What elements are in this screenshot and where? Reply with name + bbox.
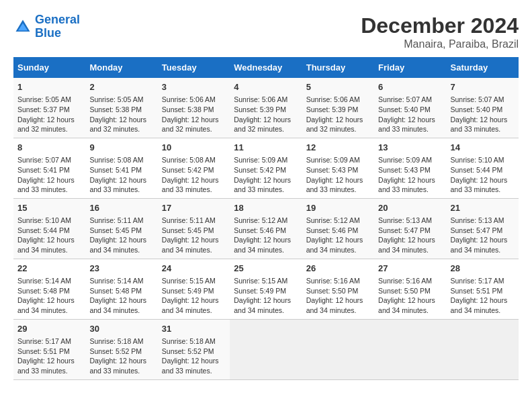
calendar-cell: 14Sunrise: 5:10 AMSunset: 5:44 PMDayligh… <box>447 138 519 198</box>
sunrise-label: Sunrise: 5:18 AM <box>89 337 143 345</box>
day-number: 6 <box>378 81 442 93</box>
calendar-header: SundayMondayTuesdayWednesdayThursdayFrid… <box>13 57 519 78</box>
sunset-label: Sunset: 5:38 PM <box>89 105 142 113</box>
day-number: 28 <box>451 263 515 275</box>
header-cell-monday: Monday <box>85 57 157 78</box>
daylight-label: Daylight: 12 hours and 33 minutes. <box>451 176 508 194</box>
logo-icon <box>13 17 32 36</box>
day-number: 2 <box>89 81 153 93</box>
daylight-label: Daylight: 12 hours and 34 minutes. <box>234 236 291 254</box>
daylight-label: Daylight: 12 hours and 34 minutes. <box>451 236 508 254</box>
header-cell-tuesday: Tuesday <box>158 57 230 78</box>
calendar-cell: 1Sunrise: 5:05 AMSunset: 5:37 PMDaylight… <box>13 78 85 138</box>
sunset-label: Sunset: 5:39 PM <box>234 105 286 113</box>
logo-text: General Blue <box>35 13 80 40</box>
week-row-2: 8Sunrise: 5:07 AMSunset: 5:41 PMDaylight… <box>13 138 519 198</box>
calendar-cell: 30Sunrise: 5:18 AMSunset: 5:52 PMDayligh… <box>85 319 157 379</box>
calendar-cell: 22Sunrise: 5:14 AMSunset: 5:48 PMDayligh… <box>13 259 85 319</box>
day-number: 11 <box>234 142 298 154</box>
day-number: 12 <box>306 142 370 154</box>
calendar-cell <box>374 319 446 379</box>
daylight-label: Daylight: 12 hours and 34 minutes. <box>162 296 219 314</box>
sunset-label: Sunset: 5:43 PM <box>378 166 431 174</box>
sunrise-label: Sunrise: 5:12 AM <box>306 216 360 224</box>
sunrise-label: Sunrise: 5:13 AM <box>451 216 504 224</box>
day-number: 16 <box>89 202 153 214</box>
daylight-label: Daylight: 12 hours and 34 minutes. <box>378 296 435 314</box>
sunrise-label: Sunrise: 5:18 AM <box>162 337 216 345</box>
sunset-label: Sunset: 5:52 PM <box>89 347 142 355</box>
header-cell-wednesday: Wednesday <box>230 57 302 78</box>
week-row-4: 22Sunrise: 5:14 AMSunset: 5:48 PMDayligh… <box>13 259 519 319</box>
calendar-cell: 6Sunrise: 5:07 AMSunset: 5:40 PMDaylight… <box>374 78 446 138</box>
calendar-cell: 20Sunrise: 5:13 AMSunset: 5:47 PMDayligh… <box>374 198 446 259</box>
daylight-label: Daylight: 12 hours and 34 minutes. <box>306 296 363 314</box>
calendar-cell: 19Sunrise: 5:12 AMSunset: 5:46 PMDayligh… <box>302 198 374 259</box>
sunrise-label: Sunrise: 5:09 AM <box>306 156 360 164</box>
calendar-cell: 25Sunrise: 5:15 AMSunset: 5:49 PMDayligh… <box>230 259 302 319</box>
calendar-cell: 10Sunrise: 5:08 AMSunset: 5:42 PMDayligh… <box>158 138 230 198</box>
day-number: 29 <box>17 323 81 335</box>
calendar-cell: 5Sunrise: 5:06 AMSunset: 5:39 PMDaylight… <box>302 78 374 138</box>
day-number: 14 <box>451 142 515 154</box>
sunset-label: Sunset: 5:51 PM <box>451 287 503 295</box>
sunset-label: Sunset: 5:46 PM <box>234 226 286 234</box>
daylight-label: Daylight: 12 hours and 33 minutes. <box>17 357 75 375</box>
sunset-label: Sunset: 5:41 PM <box>89 166 142 174</box>
sunset-label: Sunset: 5:47 PM <box>378 226 431 234</box>
calendar-cell: 23Sunrise: 5:14 AMSunset: 5:48 PMDayligh… <box>85 259 157 319</box>
sunset-label: Sunset: 5:39 PM <box>306 105 359 113</box>
sunrise-label: Sunrise: 5:06 AM <box>234 95 287 103</box>
day-number: 18 <box>234 202 298 214</box>
sunrise-label: Sunrise: 5:14 AM <box>89 277 143 285</box>
sunrise-label: Sunrise: 5:10 AM <box>17 216 71 224</box>
sunrise-label: Sunrise: 5:11 AM <box>162 216 216 224</box>
daylight-label: Daylight: 12 hours and 34 minutes. <box>17 236 75 254</box>
daylight-label: Daylight: 12 hours and 33 minutes. <box>451 116 508 134</box>
day-number: 19 <box>306 202 370 214</box>
sunset-label: Sunset: 5:50 PM <box>306 287 359 295</box>
sunset-label: Sunset: 5:46 PM <box>306 226 359 234</box>
sunset-label: Sunset: 5:40 PM <box>451 105 503 113</box>
daylight-label: Daylight: 12 hours and 32 minutes. <box>162 116 219 134</box>
day-number: 9 <box>89 142 153 154</box>
sunrise-label: Sunrise: 5:17 AM <box>17 337 71 345</box>
sunset-label: Sunset: 5:45 PM <box>162 226 214 234</box>
day-number: 26 <box>306 263 370 275</box>
day-number: 13 <box>378 142 442 154</box>
header-cell-saturday: Saturday <box>447 57 519 78</box>
day-number: 5 <box>306 81 370 93</box>
day-number: 24 <box>162 263 226 275</box>
sunset-label: Sunset: 5:48 PM <box>89 287 142 295</box>
calendar-cell: 18Sunrise: 5:12 AMSunset: 5:46 PMDayligh… <box>230 198 302 259</box>
day-number: 23 <box>89 263 153 275</box>
day-number: 3 <box>162 81 226 93</box>
calendar-cell: 17Sunrise: 5:11 AMSunset: 5:45 PMDayligh… <box>158 198 230 259</box>
calendar-cell: 31Sunrise: 5:18 AMSunset: 5:52 PMDayligh… <box>158 319 230 379</box>
day-number: 10 <box>162 142 226 154</box>
day-number: 8 <box>17 142 81 154</box>
day-number: 27 <box>378 263 442 275</box>
sunset-label: Sunset: 5:49 PM <box>162 287 214 295</box>
sunrise-label: Sunrise: 5:08 AM <box>89 156 143 164</box>
daylight-label: Daylight: 12 hours and 34 minutes. <box>89 236 146 254</box>
main-title: December 2024 <box>361 13 519 38</box>
sunset-label: Sunset: 5:47 PM <box>451 226 503 234</box>
day-number: 21 <box>451 202 515 214</box>
sunrise-label: Sunrise: 5:13 AM <box>378 216 432 224</box>
daylight-label: Daylight: 12 hours and 33 minutes. <box>378 176 435 194</box>
sunrise-label: Sunrise: 5:15 AM <box>234 277 287 285</box>
daylight-label: Daylight: 12 hours and 34 minutes. <box>162 236 219 254</box>
sunset-label: Sunset: 5:52 PM <box>162 347 214 355</box>
daylight-label: Daylight: 12 hours and 34 minutes. <box>17 296 75 314</box>
daylight-label: Daylight: 12 hours and 32 minutes. <box>234 116 291 134</box>
daylight-label: Daylight: 12 hours and 33 minutes. <box>89 176 146 194</box>
calendar-cell: 26Sunrise: 5:16 AMSunset: 5:50 PMDayligh… <box>302 259 374 319</box>
calendar-cell <box>447 319 519 379</box>
calendar-cell <box>302 319 374 379</box>
calendar-cell: 13Sunrise: 5:09 AMSunset: 5:43 PMDayligh… <box>374 138 446 198</box>
daylight-label: Daylight: 12 hours and 33 minutes. <box>306 176 363 194</box>
sunset-label: Sunset: 5:50 PM <box>378 287 431 295</box>
calendar-cell: 24Sunrise: 5:15 AMSunset: 5:49 PMDayligh… <box>158 259 230 319</box>
sunrise-label: Sunrise: 5:17 AM <box>451 277 504 285</box>
